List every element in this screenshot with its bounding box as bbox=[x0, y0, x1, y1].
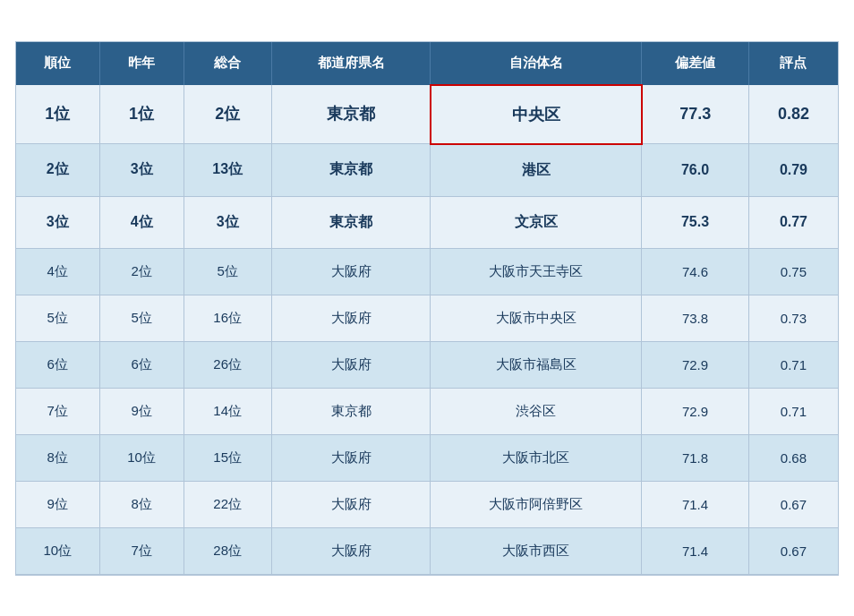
municipality-cell: 中央区 bbox=[431, 85, 642, 144]
deviation-cell: 71.8 bbox=[642, 434, 749, 481]
header-deviation: 偏差値 bbox=[642, 42, 749, 85]
rank-cell: 9位 bbox=[16, 481, 99, 527]
score-cell: 0.75 bbox=[748, 248, 838, 295]
deviation-cell: 77.3 bbox=[642, 85, 749, 144]
total-cell: 13位 bbox=[184, 144, 271, 197]
prefecture-cell: 東京都 bbox=[271, 388, 431, 434]
deviation-cell: 72.9 bbox=[642, 341, 749, 388]
header-rank: 順位 bbox=[16, 42, 99, 85]
municipality-cell: 大阪市中央区 bbox=[431, 295, 642, 341]
last-year-cell: 5位 bbox=[99, 295, 184, 341]
rank-cell: 10位 bbox=[16, 527, 99, 574]
deviation-cell: 74.6 bbox=[642, 248, 749, 295]
prefecture-cell: 大阪府 bbox=[271, 295, 431, 341]
rank-cell: 4位 bbox=[16, 248, 99, 295]
table-header-row: 順位 昨年 総合 都道府県名 自治体名 偏差値 評点 bbox=[16, 42, 838, 85]
prefecture-cell: 大阪府 bbox=[271, 527, 431, 574]
rank-cell: 2位 bbox=[16, 144, 99, 197]
total-cell: 26位 bbox=[184, 341, 271, 388]
municipality-cell: 大阪市天王寺区 bbox=[431, 248, 642, 295]
table-row: 3位4位3位東京都文京区75.30.77 bbox=[16, 196, 838, 248]
last-year-cell: 2位 bbox=[99, 248, 184, 295]
prefecture-cell: 大阪府 bbox=[271, 248, 431, 295]
rank-cell: 8位 bbox=[16, 434, 99, 481]
municipality-cell: 渋谷区 bbox=[431, 388, 642, 434]
score-cell: 0.71 bbox=[748, 388, 838, 434]
last-year-cell: 7位 bbox=[99, 527, 184, 574]
municipality-cell: 港区 bbox=[431, 144, 642, 197]
table-row: 6位6位26位大阪府大阪市福島区72.90.71 bbox=[16, 341, 838, 388]
deviation-cell: 75.3 bbox=[642, 196, 749, 248]
prefecture-cell: 大阪府 bbox=[271, 341, 431, 388]
score-cell: 0.68 bbox=[748, 434, 838, 481]
total-cell: 2位 bbox=[184, 85, 271, 144]
total-cell: 22位 bbox=[184, 481, 271, 527]
municipality-cell: 大阪市福島区 bbox=[431, 341, 642, 388]
prefecture-cell: 大阪府 bbox=[271, 481, 431, 527]
ranking-table: 順位 昨年 総合 都道府県名 自治体名 偏差値 評点 1位1位2位東京都中央区7… bbox=[15, 41, 839, 576]
score-cell: 0.67 bbox=[748, 481, 838, 527]
rank-cell: 5位 bbox=[16, 295, 99, 341]
prefecture-cell: 東京都 bbox=[271, 144, 431, 197]
total-cell: 16位 bbox=[184, 295, 271, 341]
score-cell: 0.79 bbox=[748, 144, 838, 197]
total-cell: 3位 bbox=[184, 196, 271, 248]
last-year-cell: 4位 bbox=[99, 196, 184, 248]
prefecture-cell: 東京都 bbox=[271, 196, 431, 248]
table-row: 7位9位14位東京都渋谷区72.90.71 bbox=[16, 388, 838, 434]
score-cell: 0.67 bbox=[748, 527, 838, 574]
deviation-cell: 76.0 bbox=[642, 144, 749, 197]
deviation-cell: 73.8 bbox=[642, 295, 749, 341]
deviation-cell: 72.9 bbox=[642, 388, 749, 434]
header-municipality: 自治体名 bbox=[431, 42, 642, 85]
prefecture-cell: 大阪府 bbox=[271, 434, 431, 481]
table-row: 9位8位22位大阪府大阪市阿倍野区71.40.67 bbox=[16, 481, 838, 527]
prefecture-cell: 東京都 bbox=[271, 85, 431, 144]
rank-cell: 6位 bbox=[16, 341, 99, 388]
deviation-cell: 71.4 bbox=[642, 527, 749, 574]
total-cell: 15位 bbox=[184, 434, 271, 481]
last-year-cell: 10位 bbox=[99, 434, 184, 481]
table-row: 10位7位28位大阪府大阪市西区71.40.67 bbox=[16, 527, 838, 574]
deviation-cell: 71.4 bbox=[642, 481, 749, 527]
score-cell: 0.71 bbox=[748, 341, 838, 388]
total-cell: 14位 bbox=[184, 388, 271, 434]
rank-cell: 1位 bbox=[16, 85, 99, 144]
last-year-cell: 8位 bbox=[99, 481, 184, 527]
rank-cell: 3位 bbox=[16, 196, 99, 248]
total-cell: 28位 bbox=[184, 527, 271, 574]
municipality-cell: 大阪市阿倍野区 bbox=[431, 481, 642, 527]
header-prefecture: 都道府県名 bbox=[271, 42, 431, 85]
table-row: 8位10位15位大阪府大阪市北区71.80.68 bbox=[16, 434, 838, 481]
last-year-cell: 6位 bbox=[99, 341, 184, 388]
header-total: 総合 bbox=[184, 42, 271, 85]
score-cell: 0.77 bbox=[748, 196, 838, 248]
table-row: 1位1位2位東京都中央区77.30.82 bbox=[16, 85, 838, 144]
header-last-year: 昨年 bbox=[99, 42, 184, 85]
rank-cell: 7位 bbox=[16, 388, 99, 434]
table-row: 4位2位5位大阪府大阪市天王寺区74.60.75 bbox=[16, 248, 838, 295]
header-score: 評点 bbox=[748, 42, 838, 85]
municipality-cell: 大阪市北区 bbox=[431, 434, 642, 481]
table-row: 2位3位13位東京都港区76.00.79 bbox=[16, 144, 838, 197]
table-row: 5位5位16位大阪府大阪市中央区73.80.73 bbox=[16, 295, 838, 341]
municipality-cell: 文京区 bbox=[431, 196, 642, 248]
last-year-cell: 9位 bbox=[99, 388, 184, 434]
score-cell: 0.82 bbox=[748, 85, 838, 144]
score-cell: 0.73 bbox=[748, 295, 838, 341]
total-cell: 5位 bbox=[184, 248, 271, 295]
municipality-cell: 大阪市西区 bbox=[431, 527, 642, 574]
last-year-cell: 1位 bbox=[99, 85, 184, 144]
last-year-cell: 3位 bbox=[99, 144, 184, 197]
